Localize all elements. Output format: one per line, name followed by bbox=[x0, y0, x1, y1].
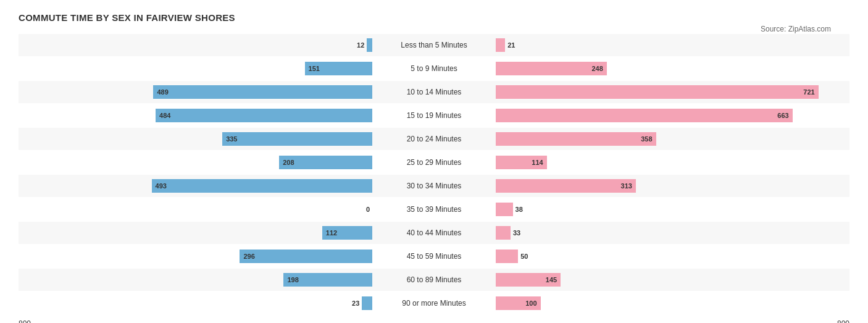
chart-row: 208 25 to 29 Minutes 114 bbox=[19, 151, 849, 174]
male-bar: 296 bbox=[240, 250, 372, 263]
source-label: Source: ZipAtlas.com bbox=[761, 25, 831, 33]
left-section: 296 bbox=[19, 245, 372, 267]
chart-row: 296 45 to 59 Minutes 50 bbox=[19, 245, 849, 267]
row-label: Less than 5 Minutes bbox=[372, 41, 496, 49]
male-bar: 198 bbox=[283, 273, 372, 287]
right-section: 663 bbox=[496, 104, 849, 127]
chart-row: 489 10 to 14 Minutes 721 bbox=[19, 81, 849, 103]
left-section: 112 bbox=[19, 222, 372, 244]
female-value: 145 bbox=[543, 276, 561, 283]
female-bar: 21 bbox=[496, 38, 505, 52]
female-bar: 145 bbox=[496, 273, 561, 287]
left-section: 0 bbox=[19, 198, 372, 220]
left-section: 484 bbox=[19, 104, 372, 127]
female-bar: 33 bbox=[496, 226, 511, 240]
female-bar: 114 bbox=[496, 156, 547, 169]
left-section: 489 bbox=[19, 81, 372, 103]
chart-row: 0 35 to 39 Minutes 38 bbox=[19, 198, 849, 220]
male-value: 198 bbox=[283, 276, 301, 283]
right-section: 313 bbox=[496, 175, 849, 197]
chart-row: 12 Less than 5 Minutes 21 bbox=[19, 34, 849, 56]
chart-row: 335 20 to 24 Minutes 358 bbox=[19, 128, 849, 150]
male-value: 335 bbox=[222, 135, 240, 143]
row-label: 60 to 89 Minutes bbox=[372, 275, 496, 284]
male-bar: 151 bbox=[305, 62, 372, 75]
chart-row: 484 15 to 19 Minutes 663 bbox=[19, 104, 849, 127]
female-bar: 358 bbox=[496, 132, 656, 146]
male-bar: 23 bbox=[362, 296, 372, 310]
right-section: 248 bbox=[496, 57, 849, 80]
female-value: 248 bbox=[589, 65, 606, 72]
row-label: 40 to 44 Minutes bbox=[372, 229, 496, 237]
male-bar: 484 bbox=[156, 109, 372, 122]
right-section: 38 bbox=[496, 198, 849, 220]
axis-labels: 800 800 bbox=[19, 319, 849, 323]
right-section: 114 bbox=[496, 151, 849, 174]
row-label: 10 to 14 Minutes bbox=[372, 88, 496, 96]
chart-row: 23 90 or more Minutes 100 bbox=[19, 292, 849, 314]
male-value: 493 bbox=[152, 182, 169, 190]
row-label: 30 to 34 Minutes bbox=[372, 182, 496, 190]
male-bar: 12 bbox=[367, 38, 372, 52]
right-section: 100 bbox=[496, 292, 849, 314]
male-bar: 493 bbox=[152, 179, 372, 193]
axis-left: 800 bbox=[19, 319, 375, 323]
right-section: 50 bbox=[496, 245, 849, 267]
male-bar: 489 bbox=[153, 85, 372, 99]
male-value: 484 bbox=[156, 112, 173, 119]
right-section: 358 bbox=[496, 128, 849, 150]
female-value: 21 bbox=[505, 41, 515, 49]
female-value: 721 bbox=[801, 88, 818, 96]
female-bar: 100 bbox=[496, 296, 541, 310]
female-value: 33 bbox=[511, 229, 520, 237]
axis-right: 800 bbox=[493, 319, 849, 323]
female-bar: 313 bbox=[496, 179, 636, 193]
left-section: 12 bbox=[19, 34, 372, 56]
row-label: 15 to 19 Minutes bbox=[372, 111, 496, 120]
row-label: 35 to 39 Minutes bbox=[372, 205, 496, 214]
left-section: 493 bbox=[19, 175, 372, 197]
male-bar: 335 bbox=[222, 132, 372, 146]
female-value: 114 bbox=[529, 159, 546, 166]
left-section: 208 bbox=[19, 151, 372, 174]
female-value: 38 bbox=[513, 206, 523, 213]
chart-row: 493 30 to 34 Minutes 313 bbox=[19, 175, 849, 197]
female-value: 358 bbox=[638, 135, 656, 143]
female-bar: 248 bbox=[496, 62, 607, 75]
row-label: 20 to 24 Minutes bbox=[372, 135, 496, 143]
row-label: 45 to 59 Minutes bbox=[372, 252, 496, 261]
chart-row: 198 60 to 89 Minutes 145 bbox=[19, 269, 849, 291]
male-value: 296 bbox=[240, 253, 257, 260]
chart-row: 151 5 to 9 Minutes 248 bbox=[19, 57, 849, 80]
right-section: 145 bbox=[496, 269, 849, 291]
female-bar: 663 bbox=[496, 109, 793, 122]
female-bar: 38 bbox=[496, 203, 513, 216]
left-section: 335 bbox=[19, 128, 372, 150]
left-section: 151 bbox=[19, 57, 372, 80]
male-value: 208 bbox=[279, 159, 296, 166]
row-label: 90 or more Minutes bbox=[372, 299, 496, 308]
left-section: 23 bbox=[19, 292, 372, 314]
right-section: 721 bbox=[496, 81, 849, 103]
male-value: 112 bbox=[322, 229, 340, 237]
female-value: 663 bbox=[775, 112, 792, 119]
right-section: 21 bbox=[496, 34, 849, 56]
chart-row: 112 40 to 44 Minutes 33 bbox=[19, 222, 849, 244]
right-section: 33 bbox=[496, 222, 849, 244]
row-label: 25 to 29 Minutes bbox=[372, 158, 496, 167]
male-value: 0 bbox=[366, 206, 372, 213]
female-value: 313 bbox=[619, 182, 636, 190]
male-value: 12 bbox=[357, 41, 367, 49]
female-bar: 50 bbox=[496, 250, 518, 263]
male-value: 23 bbox=[352, 300, 362, 307]
male-bar: 208 bbox=[279, 156, 372, 169]
male-value: 489 bbox=[153, 88, 170, 96]
female-value: 50 bbox=[518, 253, 528, 260]
female-bar: 721 bbox=[496, 85, 819, 99]
chart-title: COMMUTE TIME BY SEX IN FAIRVIEW SHORES bbox=[19, 12, 849, 23]
chart-area: 12 Less than 5 Minutes 21 151 5 to 9 Min… bbox=[19, 34, 849, 323]
male-value: 151 bbox=[305, 65, 322, 72]
row-label: 5 to 9 Minutes bbox=[372, 64, 496, 73]
left-section: 198 bbox=[19, 269, 372, 291]
female-value: 100 bbox=[523, 300, 540, 307]
